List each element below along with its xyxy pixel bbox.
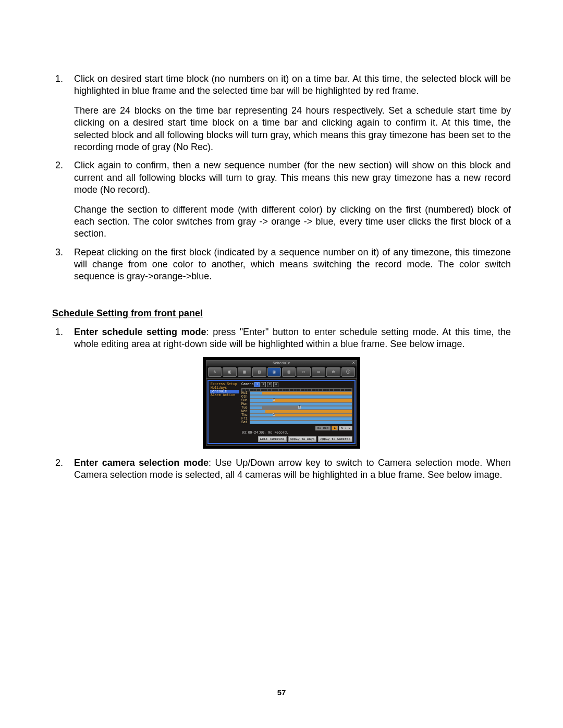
toolbar-button[interactable]: ☐ <box>297 367 310 377</box>
step-text: Repeat clicking on the first block (indi… <box>74 246 511 283</box>
window-title-bar: Schedule × <box>206 361 357 366</box>
time-bar[interactable]: 2 <box>250 413 352 417</box>
day-label: Sun <box>241 399 250 402</box>
time-bar[interactable] <box>250 421 352 424</box>
button-row: Edit Timezone Apply to Days Apply to Cam… <box>241 436 352 442</box>
time-bar[interactable]: 2 <box>250 399 352 402</box>
step-number: 2. <box>52 457 74 482</box>
step-1: 1. Click on desired start time block (no… <box>52 73 511 153</box>
day-label: Thu <box>241 413 250 417</box>
step-number: 1. <box>52 326 74 351</box>
panel-step-2: 2. Enter camera selection mode: Use Up/D… <box>52 457 511 482</box>
step-number: 3. <box>52 246 74 283</box>
sidebar: Express Setup Holidays Schedule Alarm Ac… <box>210 382 240 442</box>
schedule-body: Express Setup Holidays Schedule Alarm Ac… <box>207 380 356 444</box>
day-label: Hol <box>241 391 250 395</box>
step-number: 1. <box>52 73 74 153</box>
status-text: 03:00-24:00, No Record. <box>242 431 352 435</box>
day-row-thu: Thu 2 <box>241 414 352 417</box>
day-row-mon: Mon <box>241 403 352 406</box>
camera-label: Camera <box>241 382 253 386</box>
step-3: 3. Repeat clicking on the first block (i… <box>52 246 511 283</box>
time-bar[interactable] <box>250 402 352 406</box>
day-label: Wed <box>241 410 250 413</box>
schedule-window: Schedule × ✎ ◧ ▦ ▤ ▣ ▥ ☐ ▭ ⚙ ⓘ Express S… <box>206 360 357 446</box>
camera-button-4[interactable]: 4 <box>273 382 278 387</box>
day-label: Mon <box>241 402 250 406</box>
apply-to-days-button[interactable]: Apply to Days <box>288 436 317 442</box>
step-2: 2. Click again to confirm, then a new se… <box>52 159 511 240</box>
day-label: Oth <box>241 395 250 399</box>
step-text: Click again to confirm, then a new seque… <box>74 159 511 196</box>
day-row-sat: Sat <box>241 421 352 424</box>
time-bar[interactable] <box>250 417 352 421</box>
sidebar-item-holidays[interactable]: Holidays <box>210 386 239 390</box>
sidebar-item-express-setup[interactable]: Express Setup <box>210 382 239 386</box>
close-icon[interactable]: × <box>352 361 355 366</box>
document-page: 1. Click on desired start time block (no… <box>0 0 563 728</box>
step-emphasis: Enter camera selection mode <box>74 458 209 468</box>
toolbar-button[interactable]: ⚙ <box>326 367 340 377</box>
camera-button-2[interactable]: 2 <box>261 382 266 387</box>
edit-timezone-button[interactable]: Edit Timezone <box>258 436 287 442</box>
toolbar-button[interactable]: ◧ <box>223 367 236 377</box>
toolbar-button[interactable]: ▦ <box>238 367 251 377</box>
legend: No Rec E N + E <box>241 426 352 430</box>
toolbar-button[interactable]: ⓘ <box>341 367 355 377</box>
step-body: Repeat clicking on the first block (indi… <box>74 246 511 283</box>
schedule-main: Camera 1 2 3 4 Hol Oth <box>240 382 353 442</box>
page-number: 57 <box>0 688 563 697</box>
time-ruler <box>241 388 352 391</box>
window-title: Schedule <box>273 361 290 365</box>
step-subtext: There are 24 blocks on the time bar repr… <box>74 105 511 154</box>
time-bar[interactable]: 3 <box>250 406 352 410</box>
legend-ne: N + E <box>339 426 352 430</box>
day-row-oth: Oth <box>241 396 352 399</box>
step-number: 2. <box>52 159 74 240</box>
toolbar-button[interactable]: ▥ <box>282 367 296 377</box>
step-body: Click on desired start time block (no nu… <box>74 73 511 153</box>
day-label: Sat <box>241 421 250 424</box>
camera-button-3[interactable]: 3 <box>267 382 272 387</box>
day-label: Fri <box>241 417 250 421</box>
toolbar-button[interactable]: ✎ <box>208 367 222 377</box>
toolbar-button[interactable]: ▤ <box>252 367 266 377</box>
day-row-fri: Fri <box>241 417 352 421</box>
schedule-screenshot: Schedule × ✎ ◧ ▦ ▤ ▣ ▥ ☐ ▭ ⚙ ⓘ Express S… <box>203 357 360 449</box>
time-bar[interactable] <box>250 395 352 399</box>
legend-no-rec: No Rec <box>315 426 331 430</box>
step-subtext: Change the section to different mode (wi… <box>74 204 511 240</box>
sidebar-item-alarm-action[interactable]: Alarm Action <box>210 393 239 397</box>
time-bar[interactable] <box>250 391 352 395</box>
sidebar-item-schedule[interactable]: Schedule <box>210 390 239 393</box>
step-emphasis: Enter schedule setting mode <box>74 327 206 337</box>
apply-to-cameras-button[interactable]: Apply to Cameras <box>318 436 352 442</box>
camera-selector: Camera 1 2 3 4 <box>241 382 352 387</box>
toolbar-button[interactable]: ▭ <box>312 367 325 377</box>
step-body: Click again to confirm, then a new seque… <box>74 159 511 240</box>
legend-e: E <box>332 426 338 430</box>
step-body: Enter camera selection mode: Use Up/Down… <box>74 457 511 482</box>
toolbar-button-schedule[interactable]: ▣ <box>267 367 281 377</box>
toolbar: ✎ ◧ ▦ ▤ ▣ ▥ ☐ ▭ ⚙ ⓘ <box>206 366 357 379</box>
time-bar[interactable] <box>250 410 352 413</box>
step-body: Enter schedule setting mode: press "Ente… <box>74 326 511 351</box>
day-row-sun: Sun 2 <box>241 399 352 402</box>
day-label: Tue <box>241 406 250 410</box>
step-text: Click on desired start time block (no nu… <box>74 73 511 97</box>
day-row-hol: Hol <box>241 392 352 395</box>
section-heading-schedule-setting: Schedule Setting from front panel <box>52 308 511 319</box>
day-row-wed: Wed <box>241 410 352 413</box>
panel-step-1: 1. Enter schedule setting mode: press "E… <box>52 326 511 351</box>
camera-button-1[interactable]: 1 <box>254 382 260 387</box>
day-row-tue: Tue 3 <box>241 406 352 410</box>
